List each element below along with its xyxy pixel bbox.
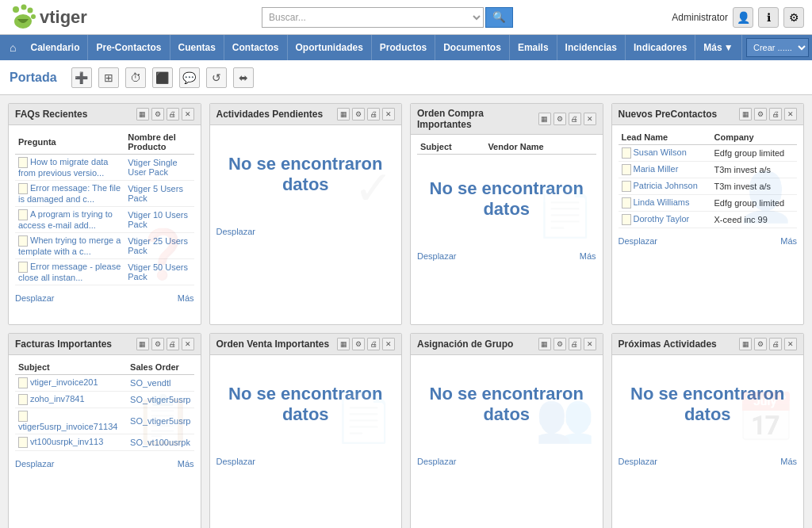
fac-mas-link[interactable]: Más — [178, 459, 194, 469]
fac-chart-btn[interactable]: ▦ — [136, 338, 149, 350]
prox-print-btn[interactable]: 🖨 — [769, 338, 782, 350]
fac-close-btn[interactable]: ✕ — [182, 338, 194, 350]
invoice-so[interactable]: SO_vtiger5usrp — [127, 408, 193, 434]
pre-settings-btn[interactable]: ⚙ — [754, 108, 767, 121]
nav-item-productos[interactable]: Productos — [372, 35, 435, 60]
nav-item-indicadores[interactable]: Indicadores — [626, 35, 695, 60]
lead-name[interactable]: Maria Miller — [619, 162, 711, 178]
nav-item-contactos[interactable]: Contactos — [224, 35, 288, 60]
invoice-so[interactable]: SO_vt100usrpk — [127, 434, 193, 451]
act-chart-btn[interactable]: ▦ — [337, 108, 350, 121]
faq-question[interactable]: When trying to merge a template with a c… — [15, 233, 124, 259]
faq-product[interactable]: Vtiger Single User Pack — [124, 155, 193, 181]
faq-product[interactable]: Vtiger 25 Users Pack — [124, 233, 193, 259]
fac-desplazar-link[interactable]: Desplazar — [15, 459, 55, 469]
oc-settings-btn[interactable]: ⚙ — [553, 113, 566, 125]
search-button[interactable]: 🔍 — [485, 7, 513, 28]
oc-chart-btn[interactable]: ▦ — [538, 113, 551, 125]
asi-close-btn[interactable]: ✕ — [584, 338, 596, 350]
faq-question[interactable]: How to migrate data from previous versio… — [15, 155, 124, 181]
invoice-subject[interactable]: vtiger5usrp_invoice71134 — [15, 408, 127, 434]
refresh-button[interactable]: ↺ — [206, 67, 227, 88]
faqs-settings-btn[interactable]: ⚙ — [151, 108, 164, 121]
info-icon-btn[interactable]: ℹ — [758, 7, 779, 28]
nav-item-emails[interactable]: Emails — [510, 35, 557, 60]
ov-chart-btn[interactable]: ▦ — [337, 338, 350, 350]
widget-orden-compra-footer: Desplazar Más — [411, 248, 603, 264]
act-print-btn[interactable]: 🖨 — [367, 108, 380, 121]
invoice-subject[interactable]: zoho_inv7841 — [15, 392, 127, 408]
block-button[interactable]: ⬛ — [152, 67, 173, 88]
oc-print-btn[interactable]: 🖨 — [569, 113, 581, 125]
invoice-so[interactable]: SO_vendtl — [127, 375, 193, 392]
asi-settings-btn[interactable]: ⚙ — [553, 338, 566, 350]
invoice-so[interactable]: SO_vtiger5usrp — [127, 392, 193, 408]
ov-print-btn[interactable]: 🖨 — [367, 338, 380, 350]
faq-product[interactable]: Vtiger 5 Users Pack — [124, 181, 193, 207]
faqs-chart-btn[interactable]: ▦ — [136, 108, 149, 121]
nav-item-oportunidades[interactable]: Oportunidades — [288, 35, 372, 60]
oc-close-btn[interactable]: ✕ — [584, 113, 596, 125]
nav-item-mas[interactable]: Más ▼ — [695, 35, 741, 60]
settings-icon-btn[interactable]: ⚙ — [783, 7, 804, 28]
nav-item-precontactos[interactable]: Pre-Contactos — [88, 35, 170, 60]
lead-name[interactable]: Patricia Johnson — [619, 178, 711, 195]
admin-label: Administrator — [672, 12, 728, 23]
pre-chart-btn[interactable]: ▦ — [739, 108, 752, 121]
act-close-btn[interactable]: ✕ — [382, 108, 395, 121]
widget-facturas-header: Facturas Importantes ▦ ⚙ 🖨 ✕ — [9, 334, 201, 355]
nav-item-calendario[interactable]: Calendario — [22, 35, 88, 60]
nav-item-incidencias[interactable]: Incidencias — [557, 35, 626, 60]
fac-print-btn[interactable]: 🖨 — [167, 338, 179, 350]
faq-product[interactable]: Vtiger 50 Users Pack — [124, 259, 193, 285]
prox-chart-btn[interactable]: ▦ — [739, 338, 752, 350]
prox-settings-btn[interactable]: ⚙ — [754, 338, 767, 350]
faq-question[interactable]: Error message: The file is damaged and c… — [15, 181, 124, 207]
oc-desplazar-link[interactable]: Desplazar — [417, 251, 457, 261]
faqs-desplazar-link[interactable]: Desplazar — [15, 293, 55, 303]
faq-product[interactable]: Vtiger 10 Users Pack — [124, 207, 193, 233]
widget-asignacion-controls: ▦ ⚙ 🖨 ✕ — [538, 338, 596, 350]
nav-item-documentos[interactable]: Documentos — [435, 35, 510, 60]
ov-desplazar-link[interactable]: Desplazar — [216, 457, 256, 466]
faqs-print-btn[interactable]: 🖨 — [167, 108, 179, 121]
faqs-close-btn[interactable]: ✕ — [182, 108, 194, 121]
nav-home[interactable]: ⌂ — [3, 35, 22, 60]
pre-print-btn[interactable]: 🖨 — [769, 108, 782, 121]
act-settings-btn[interactable]: ⚙ — [352, 108, 365, 121]
invoice-subject[interactable]: vtiger_invoice201 — [15, 375, 127, 392]
faq-question[interactable]: Error message - please close all instan.… — [15, 259, 124, 285]
faq-question[interactable]: A program is trying to access e-mail add… — [15, 207, 124, 233]
expand-button[interactable]: ⬌ — [233, 67, 254, 88]
pre-desplazar-link[interactable]: Desplazar — [619, 236, 658, 246]
user-icon-btn[interactable]: 👤 — [733, 7, 753, 28]
asi-desplazar-link[interactable]: Desplazar — [417, 457, 457, 466]
nav-item-cuentas[interactable]: Cuentas — [170, 35, 224, 60]
grid-view-button[interactable]: ⊞ — [98, 67, 119, 88]
history-button[interactable]: ⏱ — [125, 67, 146, 88]
search-input[interactable]: Buscar... — [262, 7, 484, 28]
add-widget-button[interactable]: ➕ — [71, 67, 92, 88]
create-select[interactable]: Crear ...... — [746, 38, 809, 57]
prox-close-btn[interactable]: ✕ — [784, 338, 797, 350]
asi-chart-btn[interactable]: ▦ — [538, 338, 551, 350]
pre-close-btn[interactable]: ✕ — [784, 108, 797, 121]
widget-proximas-body: No se encontraron datos 📅 — [612, 355, 804, 453]
lead-name[interactable]: Dorothy Taylor — [619, 212, 711, 228]
oc-mas-link[interactable]: Más — [580, 251, 596, 261]
asi-print-btn[interactable]: 🖨 — [569, 338, 581, 350]
pre-mas-link[interactable]: Más — [780, 236, 797, 246]
message-button[interactable]: 💬 — [179, 67, 200, 88]
prox-desplazar-link[interactable]: Desplazar — [619, 457, 658, 466]
widget-orden-venta-body: No se encontraron datos 📄 — [210, 355, 402, 453]
lead-name[interactable]: Linda Williams — [619, 195, 711, 212]
widget-orden-compra: Orden Compra Importantes ▦ ⚙ 🖨 ✕ Subject… — [410, 103, 603, 325]
ov-settings-btn[interactable]: ⚙ — [352, 338, 365, 350]
prox-mas-link[interactable]: Más — [780, 457, 797, 466]
ov-close-btn[interactable]: ✕ — [382, 338, 395, 350]
act-desplazar-link[interactable]: Desplazar — [216, 227, 256, 236]
invoice-subject[interactable]: vt100usrpk_inv113 — [15, 434, 127, 451]
fac-settings-btn[interactable]: ⚙ — [151, 338, 164, 350]
lead-name[interactable]: Susan Wilson — [619, 145, 711, 162]
faqs-mas-link[interactable]: Más — [178, 293, 194, 303]
